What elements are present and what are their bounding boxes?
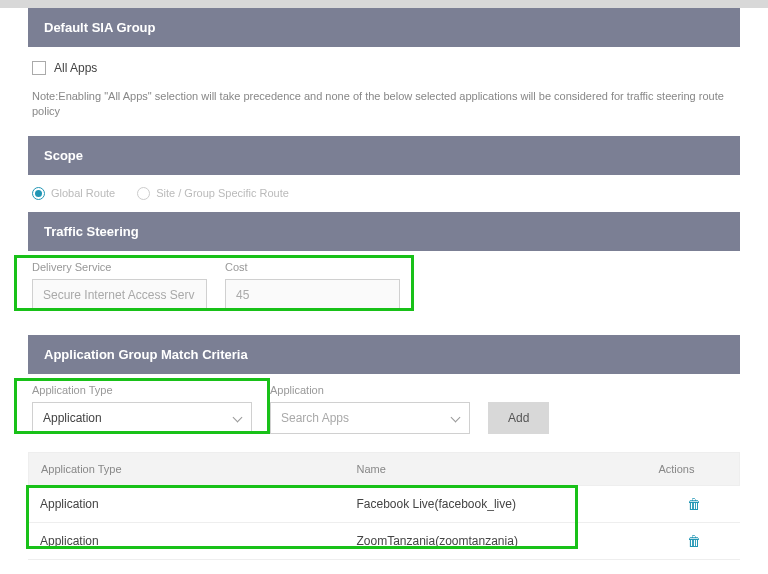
all-apps-note: Note:Enabling "All Apps" selection will … [28, 79, 740, 136]
add-button[interactable]: Add [488, 402, 549, 434]
header-app-match: Application Group Match Criteria [28, 335, 740, 374]
table-row: Application Facebook Live(facebook_live)… [28, 486, 740, 523]
chevron-down-icon [451, 413, 461, 423]
table-row: Application ZoomTanzania(zoomtanzania) 🗑 [28, 523, 740, 560]
chevron-down-icon [233, 413, 243, 423]
radio-global-label: Global Route [51, 187, 115, 199]
cost-label: Cost [225, 261, 400, 273]
all-apps-label: All Apps [54, 61, 97, 75]
col-name: Name [357, 463, 659, 475]
application-type-label: Application Type [32, 384, 252, 396]
application-placeholder: Search Apps [281, 411, 349, 425]
application-search-select[interactable]: Search Apps [270, 402, 470, 434]
col-application-type: Application Type [41, 463, 357, 475]
cell-name: Facebook Live(facebook_live) [356, 497, 659, 511]
radio-site-route[interactable]: Site / Group Specific Route [137, 187, 289, 200]
header-scope: Scope [28, 136, 740, 175]
table-header-row: Application Type Name Actions [28, 452, 740, 486]
application-label: Application [270, 384, 470, 396]
radio-global-route[interactable]: Global Route [32, 187, 115, 200]
cost-input[interactable] [225, 279, 400, 311]
col-actions: Actions [658, 463, 727, 475]
header-traffic-steering: Traffic Steering [28, 212, 740, 251]
trash-icon[interactable]: 🗑 [687, 533, 701, 549]
cell-type: Application [40, 497, 356, 511]
radio-site-label: Site / Group Specific Route [156, 187, 289, 199]
cell-type: Application [40, 534, 356, 548]
application-type-select[interactable]: Application [32, 402, 252, 434]
application-type-value: Application [43, 411, 102, 425]
delivery-service-input[interactable] [32, 279, 207, 311]
header-default-sia: Default SIA Group [28, 8, 740, 47]
trash-icon[interactable]: 🗑 [687, 496, 701, 512]
cell-name: ZoomTanzania(zoomtanzania) [356, 534, 659, 548]
delivery-service-label: Delivery Service [32, 261, 207, 273]
all-apps-checkbox[interactable] [32, 61, 46, 75]
